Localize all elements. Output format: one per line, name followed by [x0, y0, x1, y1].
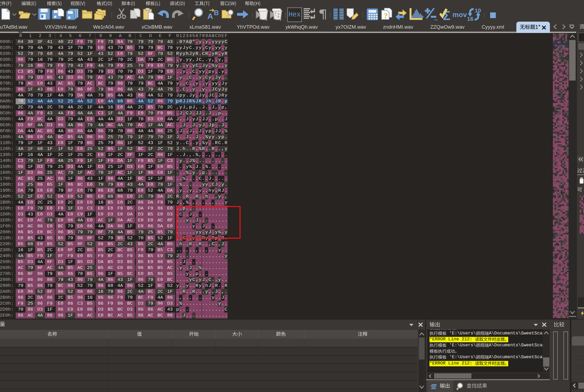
svg-text:mov: mov — [452, 11, 467, 18]
svg-text:B: B — [214, 9, 219, 17]
svg-text:?: ? — [384, 11, 388, 20]
svg-text:16: 16 — [467, 16, 473, 21]
svg-text:A: A — [207, 12, 213, 20]
